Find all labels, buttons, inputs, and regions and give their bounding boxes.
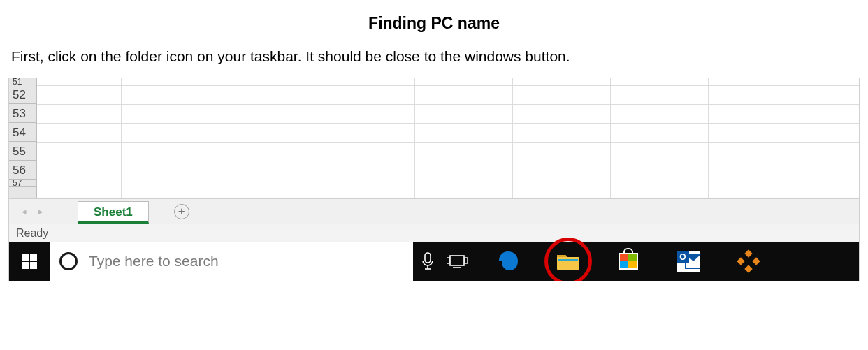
orange-dots-app-icon	[738, 251, 759, 272]
windows-start-icon	[22, 254, 37, 269]
task-view-icon[interactable]	[442, 242, 472, 281]
svg-rect-3	[450, 256, 464, 265]
svg-rect-5	[465, 258, 468, 263]
file-explorer-button[interactable]	[554, 247, 582, 275]
excel-grid[interactable]: 51 52 53 54 55 56 57	[9, 78, 859, 198]
start-button[interactable]	[9, 242, 50, 281]
row-header[interactable]: 53	[9, 104, 36, 123]
sheet-tab-active[interactable]: Sheet1	[78, 201, 149, 224]
status-text: Ready	[16, 227, 48, 240]
row-header[interactable]: 57	[9, 180, 36, 187]
taskbar-pinned-apps: O	[494, 247, 762, 275]
outlook-button[interactable]: O	[674, 247, 702, 275]
row-header[interactable]: 54	[9, 123, 36, 142]
microsoft-store-button[interactable]	[614, 247, 642, 275]
cortana-icon	[59, 252, 78, 270]
sheet-nav-next-icon[interactable]: ▸	[36, 207, 45, 217]
svg-rect-7	[558, 259, 578, 261]
excel-cells[interactable]	[37, 78, 859, 198]
row-header-gutter: 51 52 53 54 55 56 57	[9, 78, 37, 198]
edge-browser-icon	[497, 250, 519, 272]
windows-taskbar: Type here to search	[9, 242, 859, 281]
row-header[interactable]: 56	[9, 161, 36, 180]
edge-browser-button[interactable]	[494, 247, 522, 275]
microsoft-store-icon	[619, 253, 638, 270]
outlook-badge-letter: O	[677, 251, 689, 263]
file-explorer-icon	[556, 251, 580, 272]
row-header[interactable]: 51	[9, 78, 36, 85]
row-header[interactable]: 55	[9, 142, 36, 161]
search-placeholder: Type here to search	[89, 253, 219, 270]
svg-rect-0	[425, 253, 431, 263]
outlook-icon: O	[677, 251, 700, 272]
row-header[interactable]: 52	[9, 85, 36, 104]
microphone-icon[interactable]	[413, 242, 442, 281]
sheet-tab-strip: ◂ ▸ Sheet1 +	[9, 198, 859, 224]
add-sheet-button[interactable]: +	[174, 204, 189, 219]
taskbar-search-box[interactable]: Type here to search	[50, 242, 413, 281]
doc-title: Finding PC name	[8, 14, 860, 33]
doc-paragraph: First, click on the folder icon on your …	[11, 48, 860, 65]
orange-dots-app-button[interactable]	[735, 247, 762, 275]
svg-rect-4	[447, 258, 449, 263]
excel-window-fragment: 51 52 53 54 55 56 57 ◂ ▸ Sheet1	[8, 78, 860, 281]
excel-status-bar: Ready	[9, 224, 859, 242]
sheet-nav-prev-icon[interactable]: ◂	[19, 207, 29, 217]
